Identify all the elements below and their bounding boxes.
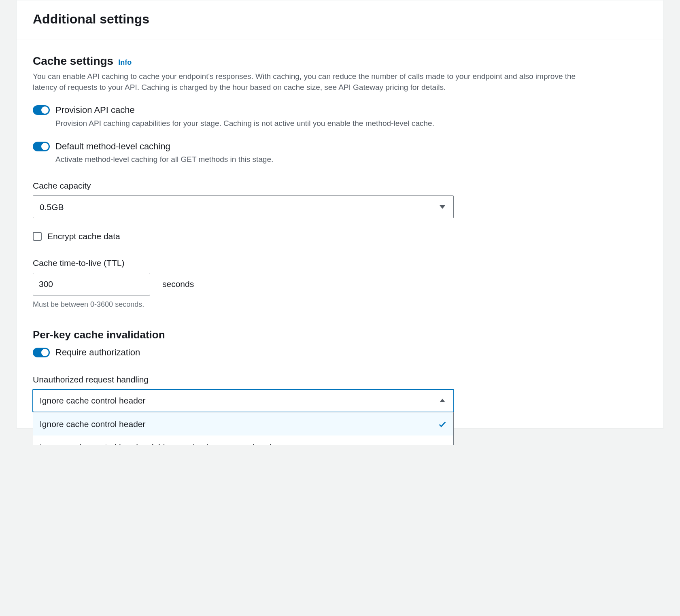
provision-api-cache-row: Provision API cache Provision API cachin…: [33, 104, 647, 129]
check-icon: [438, 420, 447, 429]
cache-ttl-field: Cache time-to-live (TTL) seconds Must be…: [33, 257, 647, 310]
unauthorized-handling-value: Ignore cache control header: [40, 395, 146, 406]
cache-capacity-select[interactable]: 0.5GB: [33, 195, 454, 218]
unauth-option-label: Ignore cache control header; Add a warni…: [40, 441, 279, 445]
default-method-caching-row: Default method-level caching Activate me…: [33, 140, 647, 165]
cache-capacity-label: Cache capacity: [33, 180, 647, 191]
unauth-option-ignore-warn[interactable]: Ignore cache control header; Add a warni…: [33, 435, 453, 445]
additional-settings-panel: Additional settings Cache settings Info …: [16, 0, 664, 429]
panel-body: Cache settings Info You can enable API c…: [17, 40, 663, 428]
cache-settings-description: You can enable API caching to cache your…: [33, 71, 599, 93]
require-authorization-label: Require authorization: [55, 346, 647, 359]
unauthorized-handling-listbox: Ignore cache control header Ignore cache…: [33, 412, 454, 445]
encrypt-cache-row: Encrypt cache data: [33, 230, 647, 242]
default-method-caching-toggle[interactable]: [33, 142, 50, 151]
caret-down-icon: [440, 205, 445, 209]
default-method-caching-label: Default method-level caching: [55, 140, 647, 153]
unauthorized-handling-select[interactable]: Ignore cache control header: [33, 389, 454, 412]
per-key-invalidation-title: Per-key cache invalidation: [33, 327, 647, 342]
cache-ttl-label: Cache time-to-live (TTL): [33, 257, 647, 269]
caret-up-icon: [440, 399, 445, 402]
cache-settings-info-link[interactable]: Info: [118, 57, 132, 68]
encrypt-cache-label: Encrypt cache data: [47, 230, 120, 242]
unauth-option-ignore[interactable]: Ignore cache control header: [33, 412, 453, 435]
cache-ttl-hint: Must be between 0-3600 seconds.: [33, 300, 647, 310]
provision-api-cache-description: Provision API caching capabilities for y…: [55, 118, 647, 129]
provision-api-cache-label: Provision API cache: [55, 104, 647, 117]
default-method-caching-description: Activate method-level caching for all GE…: [55, 154, 647, 165]
cache-ttl-unit: seconds: [162, 278, 194, 290]
cache-settings-title-row: Cache settings Info: [33, 53, 647, 69]
provision-api-cache-toggle[interactable]: [33, 105, 50, 115]
cache-ttl-input[interactable]: [33, 273, 150, 295]
encrypt-cache-checkbox[interactable]: [33, 232, 42, 241]
panel-title: Additional settings: [33, 10, 647, 28]
require-authorization-row: Require authorization: [33, 346, 647, 359]
unauth-option-label: Ignore cache control header: [40, 418, 146, 430]
unauthorized-handling-label: Unauthorized request handling: [33, 374, 647, 385]
unauthorized-handling-field: Unauthorized request handling Ignore cac…: [33, 374, 647, 412]
cache-settings-title: Cache settings: [33, 53, 113, 69]
cache-capacity-field: Cache capacity 0.5GB: [33, 180, 647, 218]
panel-header: Additional settings: [17, 0, 663, 40]
require-authorization-toggle[interactable]: [33, 348, 50, 357]
cache-capacity-value: 0.5GB: [40, 201, 64, 213]
